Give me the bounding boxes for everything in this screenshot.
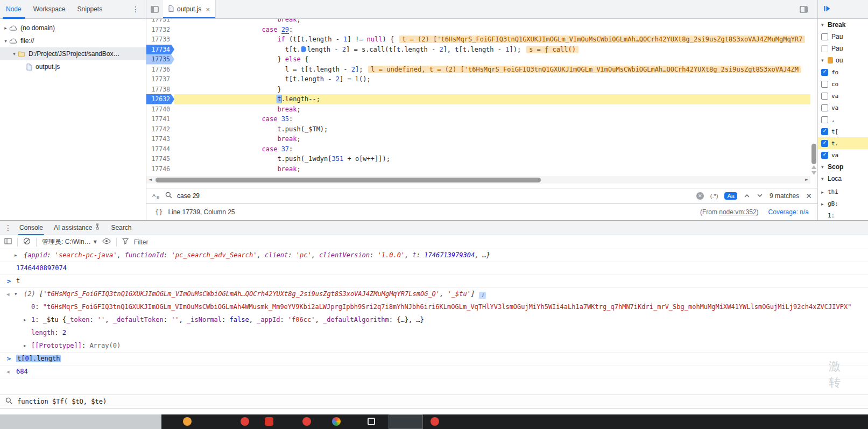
- disclosure-arrow-icon[interactable]: ▸: [821, 189, 828, 195]
- tree-item-d-project-jsproject-sandbox-[interactable]: ▾D:/Project/JSProject/sandBox…: [0, 47, 146, 60]
- tab-search[interactable]: Search: [105, 221, 137, 235]
- code-line-17737[interactable]: 17737t[t.length - 2] = l();: [146, 74, 810, 85]
- execution-context-selector[interactable]: 管理员: C:\Win… ▼: [42, 237, 97, 247]
- line-number[interactable]: 17731: [146, 19, 174, 25]
- line-number[interactable]: 17746: [146, 164, 174, 174]
- code-line-17732[interactable]: 17732case 29:: [146, 25, 810, 35]
- debugger-row-bp[interactable]: va: [818, 102, 868, 114]
- taskbar-app-7[interactable]: [389, 414, 423, 429]
- debugger-row-check[interactable]: Pau: [818, 31, 868, 43]
- code-line-17734[interactable]: 17734t[t.length - 2] = s.call(t[t.length…: [146, 45, 810, 55]
- breakpoint-checkbox[interactable]: [821, 81, 828, 88]
- code-editor[interactable]: 17731break;17732case 29:17733if (t[t.len…: [146, 19, 817, 176]
- tree-item-output-js[interactable]: output.js: [0, 60, 146, 73]
- code-line-17731[interactable]: 17731break;: [146, 19, 810, 25]
- code-line-17733[interactable]: 17733if (t[t.length - 1] != null) {t = (…: [146, 34, 810, 45]
- clear-console-icon[interactable]: [23, 237, 31, 247]
- editor-vertical-scrollbar[interactable]: [810, 19, 817, 176]
- debugger-row-check[interactable]: Pau: [818, 43, 868, 54]
- code-line-17745[interactable]: 17745t.push(_1wdyn[351 + o[w++]]);: [146, 154, 810, 164]
- expand-caret-icon[interactable]: ▾: [15, 290, 17, 299]
- expand-caret-icon[interactable]: ▸: [24, 315, 26, 325]
- disclosure-arrow-icon[interactable]: ▾: [821, 22, 828, 27]
- line-number[interactable]: 17732: [146, 25, 174, 35]
- editor-horizontal-scrollbar[interactable]: ◄ ►: [146, 176, 810, 184]
- vscroll-down-button[interactable]: [811, 171, 816, 175]
- regex-toggle[interactable]: (.*): [710, 193, 718, 199]
- breakpoint-checkbox[interactable]: [821, 104, 828, 111]
- tab-node[interactable]: Node: [0, 0, 27, 19]
- hscroll-left-arrow-icon[interactable]: ◄: [146, 176, 154, 184]
- line-number[interactable]: 17740: [146, 104, 174, 115]
- disclosure-arrow-icon[interactable]: ▾: [821, 164, 828, 170]
- console-row[interactable]: ▸1: _$tu {_token: '', _defaultToken: '',…: [0, 314, 868, 327]
- line-number[interactable]: 17737: [146, 74, 174, 85]
- line-number[interactable]: 12632: [146, 94, 174, 104]
- console-sidebar-toggle-icon[interactable]: [4, 238, 12, 246]
- console-row[interactable]: ▸{appid: 'search-pc-java', functionId: '…: [0, 249, 868, 262]
- match-case-toggle[interactable]: Aa: [724, 192, 737, 200]
- filter-input[interactable]: Filter: [134, 238, 149, 246]
- debugger-row-header[interactable]: ▾Scop: [818, 161, 868, 173]
- breakpoint-checkbox[interactable]: [821, 140, 828, 147]
- tab-snippets[interactable]: Snippets: [72, 0, 109, 19]
- disclosure-arrow-icon[interactable]: ▸: [2, 25, 9, 31]
- console-row[interactable]: >: [0, 378, 868, 382]
- tab-workspace[interactable]: Workspace: [27, 0, 72, 19]
- console-row[interactable]: >t[0].length: [0, 353, 868, 365]
- line-number[interactable]: 17733: [146, 34, 174, 45]
- line-number[interactable]: 17743: [146, 134, 174, 144]
- breakpoint-checkbox[interactable]: [821, 128, 828, 135]
- code-line-17743[interactable]: 17743break;: [146, 134, 810, 144]
- debugger-row-tree[interactable]: ▸thi: [818, 185, 868, 196]
- expand-caret-icon[interactable]: ▸: [24, 341, 26, 350]
- disclosure-arrow-icon[interactable]: ▾: [821, 176, 828, 181]
- tree-item--no-domain-[interactable]: ▸(no domain): [0, 22, 146, 34]
- find-query-input[interactable]: case 29: [177, 192, 200, 200]
- coverage-link[interactable]: Coverage: n/a: [768, 208, 809, 216]
- line-number[interactable]: 17745: [146, 154, 174, 164]
- taskbar-app-5[interactable]: [332, 417, 341, 426]
- line-number[interactable]: 17736: [146, 65, 174, 75]
- code-line-17736[interactable]: 17736l = t[t.length - 2];l = undefined, …: [146, 65, 810, 75]
- breakpoint-checkbox[interactable]: [821, 93, 828, 100]
- debugger-row-bp[interactable]: ,: [818, 114, 868, 125]
- disclosure-arrow-icon[interactable]: ▾: [821, 58, 828, 63]
- console-search-input[interactable]: function $Tf( $tO, $te): [17, 398, 107, 405]
- debugger-row-header[interactable]: ▾Break: [818, 19, 868, 31]
- taskbar-app-6[interactable]: [368, 418, 375, 425]
- debugger-row-bp[interactable]: t.: [818, 137, 868, 149]
- line-number[interactable]: 17734: [146, 45, 174, 55]
- windows-taskbar[interactable]: [0, 414, 868, 429]
- code-line-17741[interactable]: 17741case 35:: [146, 114, 810, 124]
- tab-close-icon[interactable]: ×: [206, 5, 210, 13]
- debugger-row-bp[interactable]: co: [818, 78, 868, 90]
- code-line-12632[interactable]: 12632t.length--;: [146, 94, 810, 104]
- taskbar-app-1[interactable]: [183, 417, 192, 426]
- tree-item-file-[interactable]: ▾file://: [0, 34, 146, 47]
- close-find-bar-icon[interactable]: ✕: [806, 192, 812, 200]
- taskbar-app-2[interactable]: [241, 417, 249, 426]
- resume-script-icon[interactable]: [823, 5, 831, 14]
- line-number[interactable]: 17735: [146, 54, 174, 65]
- console-row[interactable]: >t: [0, 275, 868, 288]
- console-row[interactable]: ▸[[Prototype]]: Array(0): [0, 340, 868, 353]
- code-line-17746[interactable]: 17746break;: [146, 164, 810, 174]
- navigator-more-icon[interactable]: ⋮: [132, 5, 139, 13]
- breakpoint-checkbox[interactable]: [821, 116, 828, 123]
- line-number[interactable]: 17741: [146, 114, 174, 124]
- code-line-17735[interactable]: 17735} else {: [146, 54, 810, 65]
- tab-ai-assistance[interactable]: AI assistance: [48, 221, 105, 235]
- breakpoint-checkbox[interactable]: [821, 33, 828, 40]
- inline-breakpoint-marker[interactable]: [301, 46, 306, 52]
- console-row[interactable]: ◂▾(2) ['t6HsMqrS_FoiGFIQ3tnQ1GXUKJImOGLm…: [0, 288, 868, 301]
- console-row[interactable]: ◂684: [0, 365, 868, 378]
- debugger-row-bp[interactable]: t[: [818, 125, 868, 137]
- navigator-toggle-icon[interactable]: [146, 0, 163, 18]
- disclosure-arrow-icon[interactable]: ▾: [2, 38, 9, 44]
- tab-console[interactable]: Console: [14, 221, 48, 235]
- expand-caret-icon[interactable]: ▸: [15, 251, 17, 260]
- disclosure-arrow-icon[interactable]: ▾: [11, 51, 18, 57]
- console-row[interactable]: 0: "t6HsMqrS_FoiGFIQ3tnQ1GXUKJImOGLm_VIm…: [0, 301, 868, 314]
- code-line-17740[interactable]: 17740break;: [146, 104, 810, 115]
